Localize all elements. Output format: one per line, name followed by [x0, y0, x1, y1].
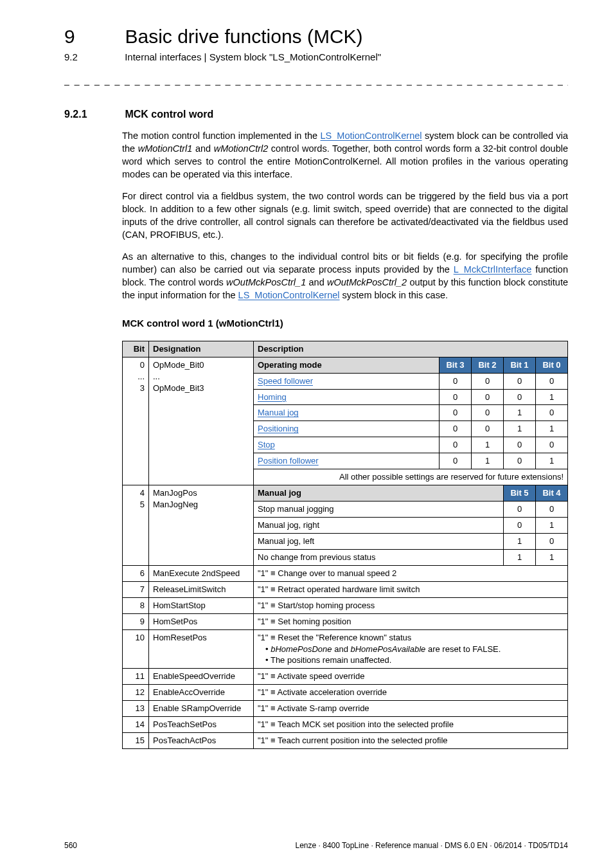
row-bit6: 6 ManExecute 2ndSpeed "1" ≡ Change over …	[123, 565, 568, 581]
designation-homstartstop: HomStartStop	[149, 597, 254, 613]
page-number: 560	[64, 841, 77, 850]
designation-homresetpos: HomResetPos	[149, 629, 254, 669]
row-bit10: 10 HomResetPos "1" ≡ Reset the "Referenc…	[123, 629, 568, 669]
opmode-title: Operating mode	[254, 357, 440, 373]
designation-posteachset: PosTeachSetPos	[149, 717, 254, 733]
row-bit12: 12 EnableAccOverride "1" ≡ Activate acce…	[123, 685, 568, 701]
th-bit1: Bit 1	[504, 357, 536, 373]
link-stop[interactable]: Stop	[258, 440, 275, 449]
designation-posteachact: PosTeachActPos	[149, 733, 254, 749]
designation-manjogneg: ManJogNeg	[153, 499, 249, 511]
th-bit2: Bit 2	[472, 357, 504, 373]
paragraph-2: For direct control via a fieldbus system…	[122, 190, 568, 241]
link-ls-motioncontrolkernel[interactable]: LS_MotionControlKernel	[321, 131, 422, 141]
subsection-heading: 9.2.1 MCK control word	[64, 109, 568, 120]
link-position-follower[interactable]: Position follower	[258, 456, 319, 466]
row-bit7: 7 ReleaseLimitSwitch "1" ≡ Retract opera…	[123, 581, 568, 597]
link-l-mckctrlinterface[interactable]: L_MckCtrlInterface	[454, 264, 532, 275]
chapter-title: Basic drive functions (MCK)	[125, 26, 362, 47]
designation-enableacc: EnableAccOverride	[149, 685, 254, 701]
subsection-title: MCK control word	[125, 109, 213, 120]
manjog-title: Manual jog	[254, 485, 504, 502]
th-description: Description	[254, 341, 568, 357]
table-caption: MCK control word 1 (wMotionCtrl1)	[122, 317, 568, 330]
subsection-number: 9.2.1	[64, 109, 122, 120]
section-title: Internal interfaces | System block "LS_M…	[125, 51, 381, 62]
chapter-number: 9	[64, 26, 122, 48]
th-bit5: Bit 5	[504, 485, 536, 502]
row-bit13: 13 Enable SRampOverride "1" ≡ Activate S…	[123, 701, 568, 717]
footer-text: Lenze · 8400 TopLine · Reference manual …	[296, 841, 568, 850]
th-designation: Designation	[149, 341, 254, 357]
row-bit11: 11 EnableSpeedOverride "1" ≡ Activate sp…	[123, 669, 568, 685]
row-bit15: 15 PosTeachActPos "1" ≡ Teach current po…	[123, 733, 568, 749]
link-positioning[interactable]: Positioning	[258, 424, 299, 433]
table-header-row: Bit Designation Description	[123, 341, 568, 357]
designation-opmode-bit0: OpMode_Bit0	[153, 359, 249, 371]
designation-sramp: Enable SRampOverride	[149, 701, 254, 717]
designation-manexecute: ManExecute 2ndSpeed	[149, 565, 254, 581]
designation-opmode-bit3: OpMode_Bit3	[153, 383, 249, 394]
divider-dashes: _ _ _ _ _ _ _ _ _ _ _ _ _ _ _ _ _ _ _ _ …	[64, 75, 568, 86]
link-homing[interactable]: Homing	[258, 392, 287, 402]
manjog-header-row: 4 5 ManJogPos ManJogNeg Manual jog Bit 5…	[123, 485, 568, 502]
mck-control-word-table: Bit Designation Description 0 ... 3 OpMo…	[122, 341, 568, 749]
row-bit9: 9 HomSetPos "1" ≡ Set homing position	[123, 613, 568, 629]
designation-manjogpos: ManJogPos	[153, 487, 249, 499]
designation-enablespeed: EnableSpeedOverride	[149, 669, 254, 685]
designation-homsetpos: HomSetPos	[149, 613, 254, 629]
page-footer: 560 Lenze · 8400 TopLine · Reference man…	[64, 841, 568, 850]
link-manual-jog[interactable]: Manual jog	[258, 408, 299, 417]
designation-releaselimit: ReleaseLimitSwitch	[149, 581, 254, 597]
section-number: 9.2	[64, 51, 122, 62]
row-bit14: 14 PosTeachSetPos "1" ≡ Teach MCK set po…	[123, 717, 568, 733]
page-header: 9 Basic drive functions (MCK) 9.2 Intern…	[64, 26, 568, 62]
link-ls-motioncontrolkernel-2[interactable]: LS_MotionControlKernel	[238, 290, 340, 300]
paragraph-1: The motion control function implemented …	[122, 129, 568, 181]
th-bit4: Bit 4	[536, 485, 568, 502]
th-bit3: Bit 3	[440, 357, 472, 373]
th-bit: Bit	[123, 341, 149, 357]
opmode-header-row: 0 ... 3 OpMode_Bit0 ... OpMode_Bit3 Oper…	[123, 357, 568, 373]
th-bit0: Bit 0	[536, 357, 568, 373]
paragraph-3: As an alternative to this, changes to th…	[122, 250, 568, 302]
link-speed-follower[interactable]: Speed follower	[258, 376, 313, 386]
row-bit8: 8 HomStartStop "1" ≡ Start/stop homing p…	[123, 597, 568, 613]
